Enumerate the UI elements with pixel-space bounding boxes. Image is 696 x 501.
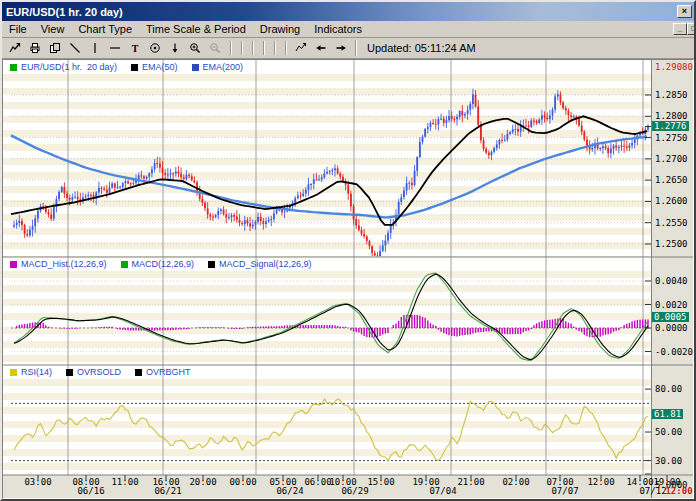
legend-label: EUR/USD(1 hr. 20 day)	[21, 62, 117, 72]
menu-item-chart-type[interactable]: Chart Type	[71, 21, 139, 38]
axis-labels: 1.290801.28501.28001.27501.27001.26501.2…	[652, 60, 693, 498]
legend-item: EMA(50)	[131, 62, 178, 72]
macd-tick-label: -0.0020	[655, 347, 693, 357]
zoom-out-icon[interactable]	[205, 39, 225, 57]
legend-swatch-icon	[10, 64, 17, 71]
current-rsi-badge: 61.81	[652, 409, 683, 419]
down-arrow-icon[interactable]	[165, 39, 185, 57]
date-label: 06/24	[273, 486, 307, 496]
time-tick-label: 11:00	[108, 477, 142, 487]
price-tick-label: 1.2700	[655, 154, 688, 164]
legend-label: MACD_Hist.(12,26,9)	[21, 259, 107, 269]
time-tick-label: 12:00	[584, 477, 618, 487]
window-title: EUR/USD(1 hr. 20 day)	[6, 6, 123, 18]
legend-item: MACD(12,26,9)	[121, 259, 195, 269]
chart-icon[interactable]	[5, 39, 25, 57]
zigzag-icon[interactable]	[291, 39, 311, 57]
legend-swatch-icon	[131, 64, 138, 71]
ellipse-icon[interactable]	[145, 39, 165, 57]
time-axis: 03:0008:0011:0016:0020:0000:0005:0006:00…	[3, 475, 693, 498]
legend-item: RSI(14)	[10, 367, 52, 377]
legend-swatch-icon	[192, 64, 199, 71]
legend-label: MACD(12,26,9)	[132, 259, 195, 269]
toolbar-slot-4[interactable]	[258, 39, 269, 57]
toolbar-slot-2[interactable]	[236, 39, 247, 57]
hline-icon[interactable]	[105, 39, 125, 57]
toolbar-buttons: T	[5, 39, 351, 57]
copy-icon[interactable]	[45, 39, 65, 57]
date-label: 06/21	[151, 486, 185, 496]
legend-swatch-icon	[10, 369, 17, 376]
menu-bar: FileViewChart TypeTime Scale & PeriodDra…	[2, 21, 694, 38]
legend-swatch-icon	[10, 261, 17, 268]
rsi-tick-label: 80.00	[655, 384, 682, 394]
minimize-icon[interactable]: _	[673, 23, 687, 35]
window-controls: _ □	[673, 23, 694, 35]
macd-tick-label: 0.0000	[655, 323, 688, 333]
legend-rsi: RSI(14)OVRSOLDOVRBGHT	[3, 365, 651, 379]
close-icon[interactable]: ×	[677, 5, 692, 18]
menu-item-indicators[interactable]: Indicators	[307, 21, 369, 38]
price-tick-label: 1.2850	[655, 90, 688, 100]
toolbar-slot-6[interactable]	[280, 39, 291, 57]
maximize-icon[interactable]: □	[687, 23, 694, 35]
rsi-tick-label: 30.00	[655, 456, 682, 466]
date-label: 07/07	[548, 486, 582, 496]
right-arrow-icon[interactable]	[331, 39, 351, 57]
legend-swatch-icon	[208, 261, 215, 268]
menu-item-view[interactable]: View	[34, 21, 72, 38]
legend-swatch-icon	[135, 369, 142, 376]
legend-label: EMA(200)	[203, 62, 244, 72]
updated-timestamp: Updated: 05:11:24 AM	[361, 42, 476, 54]
price-tick-label: 1.2750	[655, 133, 688, 143]
svg-text:T: T	[132, 43, 139, 54]
macd-panel-bg	[3, 271, 651, 365]
session-high-label: 1.29080	[655, 62, 693, 72]
zoom-in-icon[interactable]	[185, 39, 205, 57]
time-tick-label: 20:00	[186, 477, 220, 487]
current-time-label: 12:00	[662, 486, 694, 496]
date-label: 06/16	[74, 486, 108, 496]
legend-price: EUR/USD(1 hr. 20 day)EMA(50)EMA(200)	[3, 60, 651, 74]
text-icon[interactable]: T	[125, 39, 145, 57]
legend-item: OVRBGHT	[135, 367, 191, 377]
toolbar: T Updated: 05:11:24 AM	[2, 38, 694, 59]
rsi-panel-bg	[3, 379, 651, 475]
time-tick-label: 03:00	[21, 477, 55, 487]
legend-label: OVRSOLD	[77, 367, 121, 377]
menu-item-drawing[interactable]: Drawing	[253, 21, 307, 38]
price-tick-label: 1.2800	[655, 111, 688, 121]
legend-label: OVRBGHT	[146, 367, 191, 377]
date-label: 07/04	[426, 486, 460, 496]
price-panel-bg	[3, 74, 651, 257]
legend-item: EMA(200)	[192, 62, 244, 72]
toolbar-slot-1[interactable]	[225, 39, 236, 57]
left-arrow-icon[interactable]	[311, 39, 331, 57]
menu-item-time-scale-period[interactable]: Time Scale & Period	[139, 21, 253, 38]
current-macd-badge: 0.0005	[652, 312, 689, 322]
macd-tick-label: 0.0040	[655, 276, 688, 286]
vline-icon[interactable]	[85, 39, 105, 57]
legend-label: EMA(50)	[142, 62, 178, 72]
line-icon[interactable]	[65, 39, 85, 57]
time-tick-label: 02:00	[499, 477, 533, 487]
date-label: 06/29	[338, 486, 372, 496]
toolbar-slot-3[interactable]	[247, 39, 258, 57]
legend-macd: MACD_Hist.(12,26,9)MACD(12,26,9)MACD_Sig…	[3, 257, 651, 271]
toolbar-slot-5[interactable]	[269, 39, 280, 57]
time-tick-label: 00:00	[226, 477, 260, 487]
legend-item: OVRSOLD	[66, 367, 121, 377]
chart-window: EUR/USD(1 hr. 20 day) × FileViewChart Ty…	[0, 0, 696, 501]
legend-item: MACD_Hist.(12,26,9)	[10, 259, 107, 269]
menu-item-file[interactable]: File	[2, 21, 34, 38]
current-price-badge: 1.2776	[652, 121, 689, 131]
legend-swatch-icon	[121, 261, 128, 268]
price-tick-label: 1.2550	[655, 218, 688, 228]
price-tick-label: 1.2600	[655, 196, 688, 206]
legend-label: MACD_Signal(12,26,9)	[219, 259, 312, 269]
legend-swatch-icon	[66, 369, 73, 376]
price-tick-label: 1.2650	[655, 175, 688, 185]
print-icon[interactable]	[25, 39, 45, 57]
chart-area[interactable]: EUR/USD(1 hr. 20 day)EMA(50)EMA(200) MAC…	[2, 59, 694, 499]
title-bar[interactable]: EUR/USD(1 hr. 20 day) ×	[2, 2, 694, 21]
